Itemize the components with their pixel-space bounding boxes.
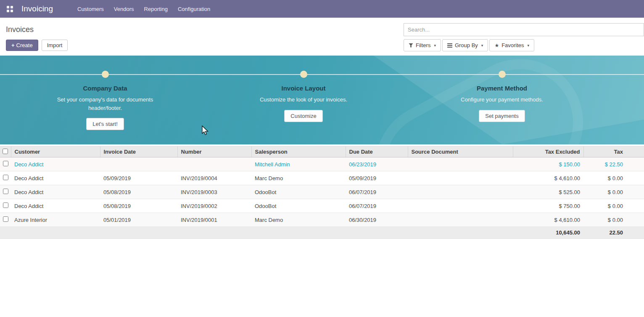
step-dot	[300, 71, 307, 78]
step-title: Payment Method	[433, 85, 571, 92]
cell-tax: $ 0.00	[583, 185, 644, 199]
column-header-number[interactable]: Number	[177, 147, 251, 157]
onboarding-step-invoice-layout: Invoice Layout Customize the look of you…	[234, 71, 373, 122]
cell-source-document	[408, 199, 513, 213]
column-header-salesperson[interactable]: Salesperson	[251, 147, 346, 157]
row-checkbox[interactable]	[3, 189, 8, 194]
cell-invoice-date: 05/09/2019	[100, 171, 177, 185]
cell-salesperson: OdooBot	[251, 199, 346, 213]
column-header-invoice-date[interactable]: Invoice Date	[100, 147, 177, 157]
favorites-button[interactable]: ★ Favorites ▾	[489, 39, 534, 51]
cell-salesperson: Marc Demo	[251, 213, 346, 227]
control-panel: Invoices +Create Import Filters ▾ Group …	[0, 18, 644, 56]
cell-tax-excluded: $ 4,610.00	[513, 171, 583, 185]
cell-number: INV/2019/0002	[177, 199, 251, 213]
lets-start-button[interactable]: Let's start!	[86, 118, 124, 130]
cell-source-document	[408, 171, 513, 185]
app-name[interactable]: Invoicing	[21, 4, 53, 13]
invoice-table: Customer Invoice Date Number Salesperson…	[0, 146, 644, 239]
chevron-down-icon: ▾	[481, 43, 483, 48]
plus-icon: +	[11, 42, 15, 48]
cell-customer: Deco Addict	[11, 171, 100, 185]
step-dot	[102, 71, 109, 78]
navbar-menu: Customers Vendors Reporting Configuratio…	[72, 0, 215, 18]
cell-salesperson: OdooBot	[251, 185, 346, 199]
step-dot	[499, 71, 506, 78]
create-button[interactable]: +Create	[6, 40, 38, 51]
cell-invoice-date: 05/01/2019	[100, 213, 177, 227]
search-facet-buttons: Filters ▾ Group By ▾ ★ Favorites ▾	[404, 39, 644, 51]
cell-tax-excluded: $ 150.00	[513, 157, 583, 171]
column-header-tax-excluded[interactable]: Tax Excluded	[513, 147, 583, 157]
cell-due-date: 06/07/2019	[346, 199, 408, 213]
row-checkbox[interactable]	[3, 202, 8, 208]
cell-customer: Deco Addict	[11, 157, 100, 171]
menu-item-configuration[interactable]: Configuration	[173, 0, 215, 18]
cell-tax: $ 0.00	[583, 213, 644, 227]
menu-item-customers[interactable]: Customers	[72, 0, 109, 18]
table-row[interactable]: Azure Interior 05/01/2019 INV/2019/0001 …	[0, 213, 644, 227]
menu-item-reporting[interactable]: Reporting	[139, 0, 173, 18]
cell-customer: Deco Addict	[11, 199, 100, 213]
table-row[interactable]: Deco Addict 05/08/2019 INV/2019/0002 Odo…	[0, 199, 644, 213]
chevron-down-icon: ▾	[528, 43, 530, 48]
onboarding-banner: Company Data Set your company's data for…	[0, 56, 644, 144]
chevron-down-icon: ▾	[434, 43, 436, 48]
create-button-label: Create	[16, 42, 33, 48]
cell-invoice-date: 05/08/2019	[100, 185, 177, 199]
column-header-tax[interactable]: Tax	[583, 147, 644, 157]
filter-icon	[409, 43, 413, 48]
cell-due-date: 06/07/2019	[346, 185, 408, 199]
filters-button[interactable]: Filters ▾	[404, 39, 441, 51]
menu-item-vendors[interactable]: Vendors	[109, 0, 139, 18]
cell-tax: $ 0.00	[583, 171, 644, 185]
onboarding-step-company-data: Company Data Set your company's data for…	[36, 71, 174, 130]
apps-grid-icon[interactable]	[7, 6, 13, 12]
cell-salesperson: Marc Demo	[251, 171, 346, 185]
cell-number	[177, 157, 251, 171]
cell-customer: Deco Addict	[11, 185, 100, 199]
cell-customer: Azure Interior	[11, 213, 100, 227]
table-header-row: Customer Invoice Date Number Salesperson…	[0, 147, 644, 157]
row-checkbox[interactable]	[3, 175, 8, 180]
step-title: Company Data	[36, 85, 174, 92]
customize-button[interactable]: Customize	[284, 110, 322, 122]
cell-number: INV/2019/0001	[177, 213, 251, 227]
table-row[interactable]: Deco Addict 05/08/2019 INV/2019/0003 Odo…	[0, 185, 644, 199]
table-row[interactable]: Deco Addict 05/09/2019 INV/2019/0004 Mar…	[0, 171, 644, 185]
table-row[interactable]: Deco Addict Mitchell Admin 06/23/2019 $ …	[0, 157, 644, 171]
import-button-label: Import	[47, 42, 63, 48]
total-tax: 22.50	[583, 227, 644, 239]
step-description: Set your company's data for documents he…	[53, 96, 158, 112]
step-description: Customize the look of your invoices.	[251, 96, 356, 104]
top-navbar: Invoicing Customers Vendors Reporting Co…	[0, 0, 644, 18]
favorites-button-label: Favorites	[501, 42, 524, 48]
column-header-source-document[interactable]: Source Document	[408, 147, 513, 157]
table-totals-row: 10,645.00 22.50	[0, 227, 644, 239]
filters-button-label: Filters	[416, 42, 430, 48]
group-by-button[interactable]: Group By ▾	[442, 39, 488, 51]
set-payments-button[interactable]: Set payments	[479, 110, 525, 122]
select-all-checkbox[interactable]	[3, 149, 8, 154]
step-description: Configure your payment methods.	[449, 96, 554, 104]
cell-tax-excluded: $ 750.00	[513, 199, 583, 213]
column-header-customer[interactable]: Customer	[11, 147, 100, 157]
cell-tax: $ 0.00	[583, 199, 644, 213]
cell-due-date: 05/09/2019	[346, 171, 408, 185]
row-checkbox[interactable]	[3, 216, 8, 222]
star-icon: ★	[494, 43, 499, 48]
cell-tax: $ 22.50	[583, 157, 644, 171]
column-header-due-date[interactable]: Due Date	[346, 147, 408, 157]
cell-source-document	[408, 185, 513, 199]
import-button[interactable]: Import	[42, 40, 68, 51]
search-input[interactable]	[404, 23, 644, 36]
cell-invoice-date: 05/08/2019	[100, 199, 177, 213]
cell-source-document	[408, 157, 513, 171]
row-checkbox[interactable]	[3, 161, 8, 166]
step-title: Invoice Layout	[234, 85, 373, 92]
onboarding-step-payment-method: Payment Method Configure your payment me…	[433, 71, 571, 122]
group-by-button-label: Group By	[455, 42, 478, 48]
cell-invoice-date	[100, 157, 177, 171]
cell-tax-excluded: $ 4,610.00	[513, 213, 583, 227]
cell-source-document	[408, 213, 513, 227]
